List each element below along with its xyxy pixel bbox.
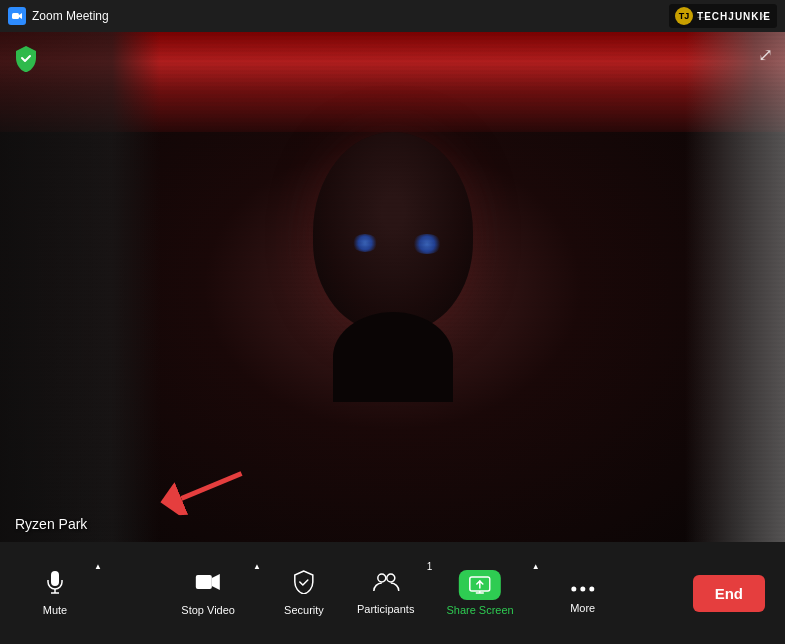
face-head [313,132,473,332]
svg-marker-1 [19,13,22,19]
participants-button[interactable]: 1 Participants [343,563,428,623]
video-face [293,132,493,402]
svg-rect-0 [12,13,19,19]
blue-glint-right [411,234,443,254]
mute-group: Mute ▲ [20,562,106,624]
share-screen-group: Share Screen ▲ [432,562,543,624]
stop-video-label: Stop Video [181,604,235,616]
watermark-logo: TJ [675,7,693,25]
toolbar-right: End [693,575,765,612]
svg-point-8 [378,574,386,582]
watermark: TJ TECHJUNKIE [669,4,777,28]
share-screen-caret[interactable]: ▲ [528,562,544,571]
toolbar-center: Stop Video ▲ Security [167,562,617,624]
participants-label: Participants [357,603,414,615]
security-icon [293,570,315,600]
blue-glint-left [351,234,379,252]
svg-marker-7 [212,574,220,590]
mute-caret[interactable]: ▲ [90,562,106,571]
share-screen-button[interactable]: Share Screen [432,562,527,624]
more-button[interactable]: More [548,564,618,622]
stop-video-button[interactable]: Stop Video [167,562,249,624]
title-left: Zoom Meeting [8,7,109,25]
window-title: Zoom Meeting [32,9,109,23]
person-name: Ryzen Park [15,516,87,532]
stop-video-caret[interactable]: ▲ [249,562,265,571]
watermark-text: TECHJUNKIE [697,11,771,22]
svg-point-9 [387,574,395,582]
video-area: ⤢ Ryzen Park [0,32,785,542]
svg-line-3 [181,453,241,518]
more-label: More [570,602,595,614]
expand-button[interactable]: ⤢ [758,44,773,66]
video-left-panel [0,32,160,542]
share-screen-icon-bg [459,570,501,600]
stop-video-group: Stop Video ▲ [167,562,265,624]
end-button[interactable]: End [693,575,765,612]
face-body [333,312,453,402]
title-bar: Zoom Meeting — □ ✕ [0,0,785,32]
security-shield-icon [12,44,40,76]
toolbar: Mute ▲ Stop Video ▲ [0,542,785,644]
mute-label: Mute [43,604,67,616]
mute-button[interactable]: Mute [20,562,90,624]
zoom-logo [8,7,26,25]
video-right-panel [685,32,785,542]
share-screen-label: Share Screen [446,604,513,616]
toolbar-left: Mute ▲ [20,562,106,624]
security-button[interactable]: Security [269,562,339,624]
more-icon [571,572,595,598]
svg-point-16 [589,587,594,592]
svg-rect-6 [196,575,212,589]
participants-icon: 1 [372,571,400,599]
security-label: Security [284,604,324,616]
svg-point-14 [571,587,576,592]
stop-video-icon [195,570,221,600]
mute-icon [43,570,67,600]
svg-point-15 [580,587,585,592]
